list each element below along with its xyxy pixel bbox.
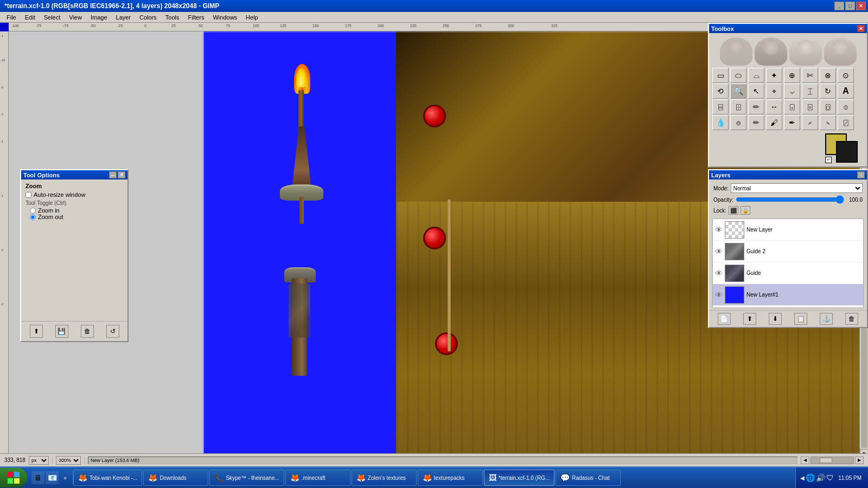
layer-visibility-guide[interactable]: 👁 [715, 269, 723, 278]
delete-layer-button[interactable]: 🗑 [845, 313, 858, 325]
tray-network-icon[interactable]: 🌐 [806, 473, 815, 482]
minimize-button[interactable]: _ [834, 2, 844, 10]
reset-colors-button[interactable]: ↩ [825, 157, 832, 163]
tool-foreground-select[interactable]: ⊗ [820, 68, 836, 83]
quick-launch-email[interactable]: 📧 [46, 471, 59, 484]
tool-blend[interactable]: ⌾ [730, 115, 746, 130]
menu-tools[interactable]: Tools [161, 13, 184, 22]
start-button[interactable] [0, 468, 27, 487]
lower-layer-button[interactable]: ⬇ [769, 313, 782, 325]
layer-item-guide[interactable]: 👁 Guide [713, 262, 863, 284]
menu-edit[interactable]: Edit [21, 13, 40, 22]
toolbox-close-button[interactable]: ✕ [857, 25, 865, 32]
tool-color-picker[interactable]: ⟲ [712, 84, 729, 99]
tool-free-select[interactable]: ⌓ [748, 68, 764, 83]
tool-dodge-burn[interactable]: ⍁ [838, 115, 854, 130]
lock-pixels-button[interactable]: ⬛ [729, 206, 738, 215]
anchor-layer-button[interactable]: ⚓ [820, 313, 833, 325]
tool-perspective[interactable]: ✏ [748, 99, 764, 114]
tool-crop[interactable]: ⌶ [802, 84, 818, 99]
lock-position-button[interactable]: 🔒 [741, 206, 750, 215]
background-color[interactable] [836, 141, 858, 163]
tool-text[interactable]: A [838, 84, 854, 99]
tray-antivirus-icon[interactable]: 🛡 [826, 473, 834, 482]
layer-list[interactable]: 👁 New Layer 👁 Guide 2 👁 Guide [712, 219, 864, 308]
quick-launch-browser[interactable]: 🖥 [31, 471, 44, 484]
tool-options-delete-button[interactable]: 🗑 [81, 325, 94, 338]
zoom-in-radio[interactable] [30, 208, 36, 214]
taskbar-item-downloads[interactable]: 🦊 Downloads [143, 470, 208, 486]
close-button[interactable]: ✕ [856, 2, 866, 10]
taskbar-item-texturepacks[interactable]: 🦊 texturepacks [418, 470, 483, 486]
taskbar-item-radasus[interactable]: 💬 Radasus - Chat [556, 470, 621, 486]
menu-windows[interactable]: Windows [208, 13, 241, 22]
tool-measure[interactable]: ↖ [748, 84, 764, 99]
layers-collapse-button[interactable]: ↕ [857, 171, 865, 178]
layer-visibility-new-layer1[interactable]: 👁 [715, 291, 723, 299]
tool-perspective-clone[interactable]: ⌼ [820, 99, 836, 114]
clock-display[interactable]: 11:05 PM [836, 475, 864, 481]
taskbar-item-tobi[interactable]: 🦊 Tobi-wan Kenobi -... [73, 470, 142, 486]
menu-help[interactable]: Help [241, 13, 263, 22]
layer-item-new-layer1[interactable]: 👁 New Layer#1 [713, 284, 863, 306]
taskbar-item-zolen[interactable]: 🦊 Zolen's textures [352, 470, 417, 486]
tool-eraser[interactable]: ✒ [784, 115, 800, 130]
tool-align[interactable]: ⌵ [784, 84, 800, 99]
menu-select[interactable]: Select [40, 13, 65, 22]
quick-launch-expand[interactable]: » [60, 471, 71, 484]
menu-layer[interactable]: Layer [112, 13, 136, 22]
status-scroll-thumb[interactable] [820, 458, 832, 463]
menu-file[interactable]: File [2, 13, 21, 22]
tool-options-close-button[interactable]: ✕ [118, 171, 125, 178]
tool-options-save-button[interactable]: 💾 [55, 325, 68, 338]
status-scroll-left[interactable]: ◀ [801, 457, 809, 464]
zoom-out-radio[interactable] [30, 214, 36, 220]
layer-visibility-new-layer[interactable]: 👁 [715, 226, 723, 234]
tool-options-titlebar[interactable]: Tool Options — ✕ [21, 170, 127, 179]
taskbar-item-skype[interactable]: 📞 Skype™ - theinsane... [209, 470, 284, 486]
menu-image[interactable]: Image [86, 13, 112, 22]
tool-options-reset-button[interactable]: ↺ [106, 325, 119, 338]
tool-airbrush[interactable]: ⌿ [802, 115, 818, 130]
mode-select[interactable]: Normal Multiply Screen [731, 183, 863, 193]
taskbar-item-terrain[interactable]: 🖼 *terrain.xcf-1.0 (RG... [484, 470, 554, 486]
tool-paths[interactable]: ⊙ [838, 68, 854, 83]
taskbar-item-minecraft[interactable]: 🦊 .minecraft [285, 470, 350, 486]
tool-fuzzy-select[interactable]: ✦ [766, 68, 782, 83]
status-scrollbar[interactable] [810, 457, 854, 464]
new-layer-button[interactable]: 📄 [718, 313, 731, 325]
tool-blur[interactable]: ⌽ [838, 99, 854, 114]
tray-expand-icon[interactable]: ◀ [800, 475, 805, 481]
tool-scissors[interactable]: ✄ [802, 68, 818, 83]
tool-ink[interactable]: ⍀ [820, 115, 836, 130]
tool-move[interactable]: ⌖ [766, 84, 782, 99]
layers-titlebar[interactable]: Layers ↕ [709, 170, 867, 179]
tool-paintbrush[interactable]: 🖌 [766, 115, 782, 130]
maximize-button[interactable]: □ [845, 2, 855, 10]
menu-filters[interactable]: Filters [184, 13, 209, 22]
tool-options-restore-button[interactable]: ⬆ [30, 325, 43, 338]
auto-resize-checkbox[interactable] [25, 192, 31, 198]
tool-clone[interactable]: ⌺ [784, 99, 800, 114]
tool-scale[interactable]: ⌸ [712, 99, 729, 114]
tool-rotate[interactable]: ↻ [820, 84, 836, 99]
tool-options-collapse-button[interactable]: — [109, 171, 117, 178]
zoom-select[interactable]: 300% 100% 200% [56, 456, 81, 465]
layer-item-guide2[interactable]: 👁 Guide 2 [713, 241, 863, 262]
layer-item-new-layer[interactable]: 👁 New Layer [713, 219, 863, 241]
tool-rect-select[interactable]: ▭ [712, 68, 729, 83]
raise-layer-button[interactable]: ⬆ [743, 313, 756, 325]
tool-pencil[interactable]: ✏ [748, 115, 764, 130]
tool-flip[interactable]: ↔ [766, 99, 782, 114]
status-scroll-right[interactable]: ▶ [855, 457, 864, 464]
opacity-slider[interactable] [736, 196, 844, 203]
tray-volume-icon[interactable]: 🔊 [816, 473, 825, 482]
tool-shear[interactable]: ⌹ [730, 99, 746, 114]
tool-bucket[interactable]: 💧 [712, 115, 729, 130]
tool-by-color-select[interactable]: ⊕ [784, 68, 800, 83]
menu-colors[interactable]: Colors [135, 13, 161, 22]
unit-select[interactable]: px mm [29, 456, 49, 465]
toolbox-titlebar[interactable]: Toolbox ✕ [709, 24, 867, 33]
duplicate-layer-button[interactable]: 📋 [794, 313, 807, 325]
tool-ellipse-select[interactable]: ⬭ [730, 68, 746, 83]
